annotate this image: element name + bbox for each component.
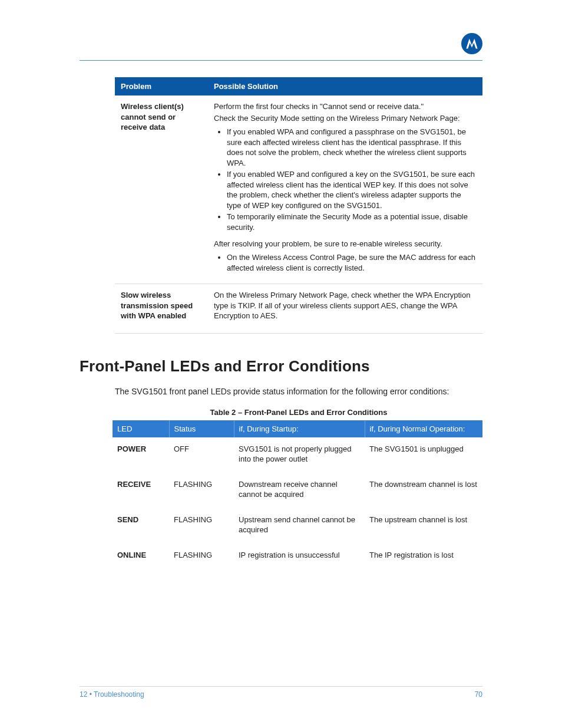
section-intro: The SVG1501 front panel LEDs provide sta… [115, 386, 462, 398]
led-startup: SVG1501 is not properly plugged into the… [234, 437, 365, 473]
led-normal: The downstream channel is lost [365, 473, 482, 508]
table-row: Slow wireless transmission speed with WP… [115, 284, 482, 334]
solution-bullets: On the Wireless Access Control Page, be … [216, 252, 477, 273]
solution-text: Perform the first four checks in "Cannot… [214, 101, 477, 112]
led-normal: The SVG1501 is unplugged [365, 437, 482, 473]
solution-bullets: If you enabled WPA and configured a pass… [216, 127, 477, 232]
page-footer: 12 • Troubleshooting 70 [80, 686, 482, 699]
solution-text: After resolving your problem, be sure to… [214, 239, 477, 249]
table2-caption: Table 2 – Front-Panel LEDs and Error Con… [115, 408, 482, 417]
led-status: FLASHING [169, 473, 234, 508]
col-led-header: LED [113, 420, 169, 437]
footer-page-number: 70 [475, 690, 482, 699]
col-problem-header: Problem [115, 77, 208, 95]
led-status: OFF [169, 437, 234, 473]
led-name: SEND [113, 508, 169, 543]
footer-left: 12 • Troubleshooting [80, 690, 144, 699]
led-normal: The upstream channel is lost [365, 508, 482, 543]
problem-cell: Slow wireless transmission speed with WP… [115, 284, 208, 334]
col-normal-header: if, During Normal Operation: [365, 420, 482, 437]
table-row: RECEIVE FLASHING Downstream receive chan… [113, 473, 482, 508]
col-startup-header: if, During Startup: [234, 420, 365, 437]
col-status-header: Status [169, 420, 234, 437]
led-table: LED Status if, During Startup: if, Durin… [113, 420, 482, 568]
led-startup: IP registration is unsuccessful [234, 543, 365, 569]
list-item: To temporarily eliminate the Security Mo… [227, 212, 477, 232]
table-row: ONLINE FLASHING IP registration is unsuc… [113, 543, 482, 569]
led-name: RECEIVE [113, 473, 169, 508]
solution-cell: Perform the first four checks in "Cannot… [208, 95, 482, 284]
motorola-icon [465, 37, 479, 51]
solution-text: Check the Security Mode setting on the W… [214, 113, 477, 124]
header-rule [80, 60, 482, 61]
led-normal: The IP registration is lost [365, 543, 482, 569]
table-row: POWER OFF SVG1501 is not properly plugge… [113, 437, 482, 473]
led-startup: Downstream receive channel cannot be acq… [234, 473, 365, 508]
table-row: SEND FLASHING Upstream send channel cann… [113, 508, 482, 543]
col-solution-header: Possible Solution [208, 77, 482, 95]
table-row: Wireless client(s) cannot send or receiv… [115, 95, 482, 284]
section-heading: Front-Panel LEDs and Error Conditions [80, 357, 482, 375]
led-status: FLASHING [169, 508, 234, 543]
led-status: FLASHING [169, 543, 234, 569]
problem-cell: Wireless client(s) cannot send or receiv… [115, 95, 208, 284]
list-item: On the Wireless Access Control Page, be … [227, 252, 477, 273]
list-item: If you enabled WPA and configured a pass… [227, 127, 477, 168]
page-content: Problem Possible Solution Wireless clien… [80, 77, 482, 569]
solution-cell: On the Wireless Primary Network Page, ch… [208, 284, 482, 334]
list-item: If you enabled WEP and configured a key … [227, 169, 477, 210]
led-name: POWER [113, 437, 169, 473]
led-startup: Upstream send channel cannot be acquired [234, 508, 365, 543]
troubleshooting-table: Problem Possible Solution Wireless clien… [115, 77, 482, 334]
brand-logo [461, 33, 482, 54]
solution-text: On the Wireless Primary Network Page, ch… [214, 290, 477, 321]
led-name: ONLINE [113, 543, 169, 569]
